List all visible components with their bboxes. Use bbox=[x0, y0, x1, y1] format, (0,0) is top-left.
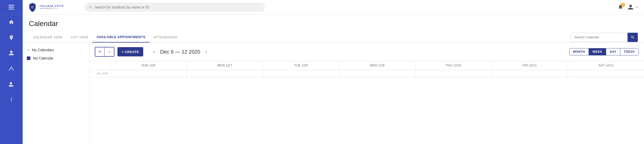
prev-period-button[interactable]: ‹ bbox=[151, 48, 157, 56]
tab-attendance[interactable]: ATTENDANCE bbox=[150, 32, 182, 42]
day-header-sun: SUN 12/6 bbox=[110, 61, 187, 70]
date-navigation: ‹ Dec 6 — 12 2020 › bbox=[151, 48, 209, 56]
day-header-sat: SAT 12/12 bbox=[568, 61, 644, 70]
sidebar-item-alert[interactable] bbox=[0, 61, 23, 76]
tab-available-appointments[interactable]: AVAILABLE APPOINTMENTS bbox=[92, 32, 150, 43]
chevron-down-icon bbox=[27, 48, 30, 52]
sidebar bbox=[0, 0, 23, 144]
header-right: 3 bbox=[618, 4, 639, 11]
chevron-down-icon bbox=[635, 5, 639, 9]
all-day-label: ALL DAY bbox=[90, 70, 110, 77]
view-month-button[interactable]: MONTH bbox=[570, 48, 589, 55]
calendar-color-swatch bbox=[27, 56, 30, 60]
tab-calendar-view[interactable]: CALENDAR VIEW bbox=[29, 32, 66, 42]
main-content: U COLLEGE STATE UNIVERSITY 3 Calendar bbox=[23, 0, 644, 144]
sidebar-item-home[interactable] bbox=[0, 14, 23, 30]
calendar-item-label: My Calendar bbox=[33, 56, 53, 60]
user-menu[interactable] bbox=[628, 4, 639, 10]
day-header-tue: TUE 12/8 bbox=[263, 61, 339, 70]
calendar-item-my-calendar: My Calendar bbox=[27, 55, 85, 61]
date-range-label: Dec 6 — 12 2020 bbox=[160, 49, 200, 55]
all-day-cell-thu[interactable] bbox=[415, 70, 492, 77]
user-icon bbox=[628, 4, 634, 10]
day-header-wed: WED 12/9 bbox=[339, 61, 415, 70]
view-toggle-buttons: MONTH WEEK DAY TODAY bbox=[569, 48, 639, 55]
tabs-bar: CALENDAR VIEW LIST VIEW AVAILABLE APPOIN… bbox=[23, 32, 644, 43]
sidebar-item-group[interactable] bbox=[0, 30, 23, 45]
sidebar-item-more[interactable] bbox=[0, 92, 23, 107]
create-button[interactable]: + CREATE bbox=[117, 47, 143, 56]
header-time-column bbox=[90, 61, 110, 70]
add-button[interactable]: + bbox=[95, 47, 105, 56]
search-icon bbox=[631, 35, 635, 39]
logo-university: UNIVERSITY bbox=[40, 7, 64, 10]
day-header-fri: FRI 12/11 bbox=[492, 61, 568, 70]
page-header: Calendar bbox=[23, 14, 644, 32]
right-panel: + − + CREATE ‹ Dec 6 — 12 2020 › MONTH W… bbox=[90, 43, 644, 144]
tab-list-view[interactable]: LIST VIEW bbox=[66, 32, 92, 42]
notification-bell[interactable]: 3 bbox=[618, 4, 623, 11]
view-today-button[interactable]: TODAY bbox=[620, 48, 639, 55]
all-day-row: ALL DAY bbox=[90, 70, 644, 77]
sidebar-item-check-person[interactable] bbox=[0, 76, 23, 92]
notification-badge: 3 bbox=[621, 3, 625, 7]
top-header: U COLLEGE STATE UNIVERSITY 3 bbox=[23, 0, 644, 14]
all-day-cell-sat[interactable] bbox=[568, 70, 644, 77]
logo-college: COLLEGE STATE bbox=[40, 5, 64, 7]
view-week-button[interactable]: WEEK bbox=[589, 48, 606, 55]
remove-button[interactable]: − bbox=[105, 47, 114, 56]
day-header-mon: MON 12/7 bbox=[187, 61, 263, 70]
view-day-button[interactable]: DAY bbox=[606, 48, 620, 55]
svg-rect-2 bbox=[9, 9, 14, 10]
svg-text:U: U bbox=[31, 5, 34, 9]
add-remove-buttons: + − bbox=[95, 47, 114, 57]
svg-rect-0 bbox=[9, 5, 14, 6]
calendar-search-button[interactable] bbox=[628, 33, 638, 42]
all-day-cell-mon[interactable] bbox=[187, 70, 263, 77]
sidebar-item-person[interactable] bbox=[0, 45, 23, 61]
logo-area: U COLLEGE STATE UNIVERSITY bbox=[28, 3, 79, 12]
day-header-thu: THU 12/10 bbox=[415, 61, 492, 70]
all-day-cell-fri[interactable] bbox=[492, 70, 568, 77]
search-icon bbox=[89, 5, 93, 9]
my-calendars-label: My Calendars bbox=[32, 48, 54, 52]
left-panel: My Calendars My Calendar bbox=[23, 43, 90, 144]
page-content: Calendar CALENDAR VIEW LIST VIEW AVAILAB… bbox=[23, 14, 644, 144]
global-search-input[interactable] bbox=[95, 5, 261, 9]
page-title: Calendar bbox=[29, 20, 638, 28]
tab-search-area bbox=[571, 33, 638, 42]
calendar-search-input[interactable] bbox=[571, 33, 628, 42]
logo-text: COLLEGE STATE UNIVERSITY bbox=[40, 5, 64, 10]
all-day-cell-sun[interactable] bbox=[110, 70, 187, 77]
menu-icon[interactable] bbox=[0, 0, 23, 14]
global-search-bar[interactable] bbox=[84, 3, 265, 12]
calendar-toolbar: + − + CREATE ‹ Dec 6 — 12 2020 › MONTH W… bbox=[90, 43, 644, 61]
logo-shield-icon: U bbox=[28, 3, 37, 12]
all-day-cell-wed[interactable] bbox=[339, 70, 415, 77]
svg-rect-1 bbox=[9, 7, 14, 7]
next-period-button[interactable]: › bbox=[203, 48, 209, 56]
all-day-cell-tue[interactable] bbox=[263, 70, 339, 77]
my-calendars-toggle[interactable]: My Calendars bbox=[27, 48, 85, 52]
calendar-days-header: SUN 12/6 MON 12/7 TUE 12/8 WED 12/9 THU … bbox=[90, 61, 644, 70]
calendar-area: My Calendars My Calendar + − + CREATE bbox=[23, 43, 644, 144]
